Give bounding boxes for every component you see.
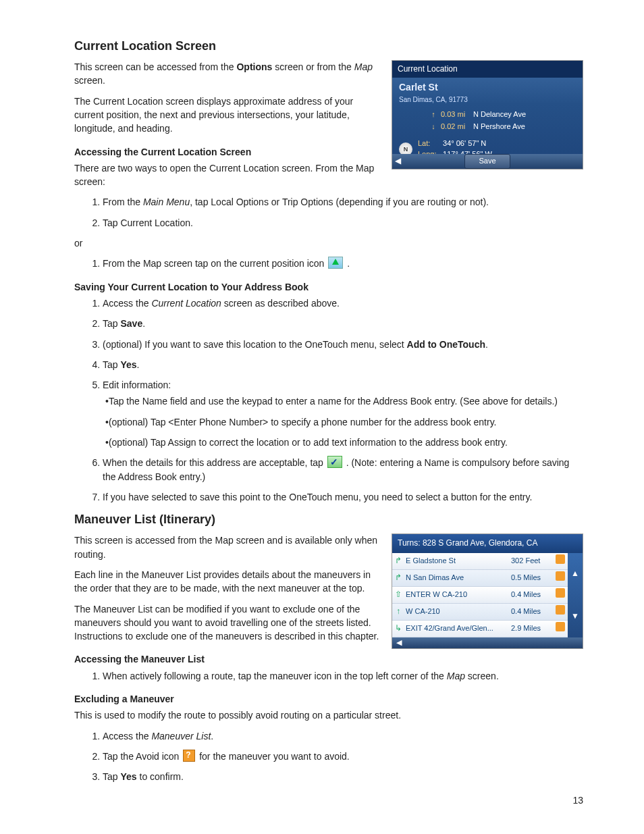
text: screen. — [465, 671, 499, 681]
lat-label: Lat: — [418, 138, 441, 149]
text: When actively following a route, tap the… — [103, 671, 447, 681]
list-item: From the Map screen tap on the current p… — [103, 257, 583, 270]
maneuver-name: ENTER W CA-210 — [404, 590, 511, 600]
maneuver-dist: 2.9 Miles — [511, 623, 553, 634]
list-item: From the Main Menu, tap Local Options or… — [103, 195, 583, 209]
ml-header: Turns: 828 S Grand Ave, Glendora, CA — [392, 534, 583, 552]
text: Access the — [103, 731, 151, 741]
heading-maneuver-list: Maneuver List (Itinerary) — [74, 511, 583, 528]
text: Tap — [103, 771, 120, 782]
text: From the Map screen tap on the current p… — [103, 258, 327, 269]
list-item: Access the Current Location screen as de… — [103, 296, 583, 310]
text: Access the — [103, 298, 151, 309]
text: screen. — [74, 75, 105, 86]
maneuver-name: EXIT 42/Grand Ave/Glen... — [404, 623, 511, 634]
turn-icon: ↱ — [392, 572, 404, 583]
scrollbar[interactable]: ▲ ▼ — [568, 553, 583, 637]
avoid-button[interactable] — [553, 622, 568, 635]
bullet-item: (optional) Tap <Enter Phone Number> to s… — [105, 415, 583, 429]
cl-header: Current Location — [392, 61, 583, 78]
text: . — [485, 339, 488, 350]
text: From the — [103, 197, 143, 207]
maneuver-dist: 302 Feet — [511, 556, 553, 567]
text: Tap — [103, 318, 120, 329]
down-arrow-icon: ↓ — [430, 122, 437, 132]
s2-sub2: Excluding a Maneuver — [74, 692, 583, 706]
current-position-icon — [328, 257, 343, 269]
cl-row2-name: N Pershore Ave — [473, 122, 525, 132]
text: , tap Local Options or Trip Options (dep… — [190, 197, 489, 207]
text: . — [211, 731, 213, 741]
maneuver-dist: 0.4 Miles — [511, 590, 553, 600]
list-item: When actively following a route, tap the… — [103, 669, 583, 683]
text-italic: Main Menu — [143, 197, 190, 207]
text: Tap the Avoid icon — [103, 751, 182, 762]
turn-icon: ↳ — [392, 623, 404, 634]
back-icon[interactable]: ◀ — [395, 155, 401, 167]
turn-icon: ↱ — [392, 555, 404, 567]
turn-icon: ⇧ — [392, 589, 404, 600]
list-item: (optional) If you want to save this loca… — [103, 338, 583, 351]
avoid-button[interactable] — [553, 554, 568, 567]
cl-row2-dist: 0.02 mi — [441, 122, 469, 132]
bullet-item: Tap the Name field and use the keypad to… — [105, 394, 583, 408]
page-number: 13 — [572, 793, 583, 807]
list-item: Tap Save. — [103, 317, 583, 330]
maneuver-row[interactable]: ↑W CA-2100.4 Miles — [392, 604, 568, 621]
text: Tap — [103, 359, 120, 370]
lat-value: 34° 06' 57" N — [443, 139, 486, 147]
s2-p4: This is used to modify the route to poss… — [74, 708, 583, 722]
checkmark-icon — [327, 456, 342, 468]
bullet-item: (optional) Tap Assign to correct the loc… — [105, 436, 583, 449]
save-button[interactable]: Save — [464, 154, 510, 169]
list-item: Tap Yes to confirm. — [103, 770, 583, 783]
maneuver-list-screenshot: Turns: 828 S Grand Ave, Glendora, CA ↱E … — [392, 533, 583, 648]
cl-city: San Dimas, CA, 91773 — [392, 95, 583, 109]
maneuver-row[interactable]: ⇧ENTER W CA-2100.4 Miles — [392, 587, 568, 604]
maneuver-name: N San Dimas Ave — [404, 573, 511, 583]
list-item: Tap Yes. — [103, 358, 583, 371]
maneuver-dist: 0.5 Miles — [511, 573, 553, 583]
text: (optional) If you want to save this loca… — [103, 339, 407, 350]
text-bold: Save — [120, 318, 142, 329]
avoid-button[interactable] — [553, 571, 568, 584]
cl-street: Carlet St — [392, 78, 583, 95]
list-item: Access the Maneuver List. — [103, 729, 583, 743]
ml-footer-back-icon[interactable]: ◀ — [392, 637, 583, 648]
maneuver-row[interactable]: ↱N San Dimas Ave0.5 Miles — [392, 570, 568, 587]
text-bold: Options — [236, 61, 272, 72]
scroll-up-icon[interactable]: ▲ — [568, 553, 583, 596]
scroll-down-icon[interactable]: ▼ — [568, 595, 583, 637]
s2-sub1: Accessing the Maneuver List — [74, 652, 583, 666]
text: . — [142, 318, 145, 329]
maneuver-row[interactable]: ↳EXIT 42/Grand Ave/Glen...2.9 Miles — [392, 621, 568, 637]
text: screen or from the — [272, 61, 354, 72]
avoid-button[interactable] — [553, 605, 568, 618]
current-location-screenshot: Current Location Carlet St San Dimas, CA… — [392, 60, 583, 170]
text: screen as described above. — [221, 298, 340, 309]
maneuver-dist: 0.4 Miles — [511, 606, 553, 617]
text-italic: Current Location — [151, 298, 221, 309]
text-italic: Map — [447, 671, 465, 681]
list-item: Edit information: Tap the Name field and… — [103, 378, 583, 449]
turn-icon: ↑ — [392, 606, 404, 617]
maneuver-name: W CA-210 — [404, 606, 511, 617]
text-bold: Add to OneTouch — [407, 339, 485, 350]
text-italic: Map — [354, 61, 373, 72]
text: . — [347, 258, 350, 269]
cl-row1-dist: 0.03 mi — [441, 109, 469, 120]
text: for the maneuver you want to avoid. — [199, 751, 350, 762]
text: This screen can be accessed from the — [74, 61, 236, 72]
text: to confirm. — [137, 771, 184, 782]
text: When the details for this address are ac… — [103, 457, 326, 468]
maneuver-name: E Gladstone St — [404, 556, 511, 567]
s1-sub2: Saving Your Current Location to Your Add… — [74, 280, 583, 294]
avoid-icon — [183, 750, 195, 762]
avoid-button[interactable] — [553, 588, 568, 601]
heading-current-location: Current Location Screen — [74, 37, 583, 55]
maneuver-row[interactable]: ↱E Gladstone St302 Feet — [392, 553, 568, 570]
or-text: or — [74, 236, 583, 250]
list-item: Tap Current Location. — [103, 216, 583, 230]
text: . — [137, 359, 140, 370]
list-item: When the details for this address are ac… — [103, 456, 583, 484]
